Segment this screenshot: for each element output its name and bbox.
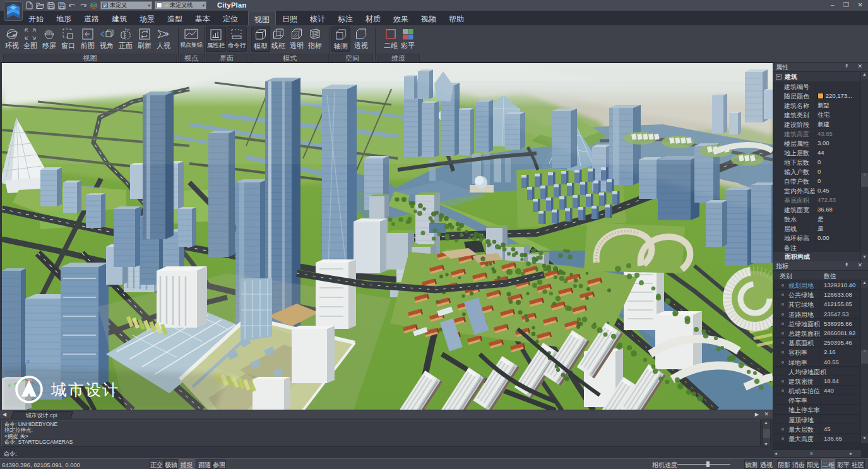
svg-text:Y: Y [8, 383, 11, 389]
svg-text:Z: Z [27, 359, 30, 364]
